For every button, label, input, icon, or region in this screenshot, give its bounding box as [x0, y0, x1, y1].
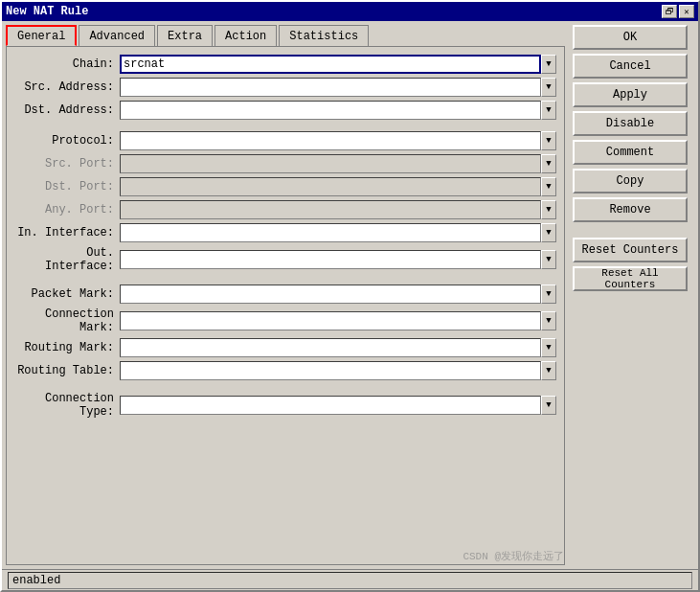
- packet-mark-wrap: ▼: [120, 285, 556, 304]
- remove-button[interactable]: Remove: [573, 197, 688, 222]
- dst-address-label: Dst. Address:: [14, 103, 120, 117]
- connection-mark-label: Connection Mark:: [14, 307, 120, 334]
- src-address-label: Src. Address:: [14, 80, 120, 94]
- packet-mark-input[interactable]: [120, 285, 541, 304]
- protocol-dropdown-btn[interactable]: ▼: [541, 131, 556, 150]
- connection-type-row: Connection Type: ▼: [14, 392, 556, 419]
- status-bar: enabled: [2, 569, 698, 590]
- reset-counters-button[interactable]: Reset Counters: [573, 238, 688, 262]
- protocol-wrap: ▼: [120, 131, 556, 150]
- routing-mark-input[interactable]: [120, 338, 541, 357]
- chain-label: Chain:: [14, 57, 120, 71]
- in-interface-dropdown-btn[interactable]: ▼: [541, 223, 556, 242]
- out-interface-input[interactable]: [120, 250, 541, 269]
- tab-content: Chain: ▼ Src. Address: ▼ Dst.: [6, 46, 565, 565]
- chain-row: Chain: ▼: [14, 55, 556, 74]
- content-area: General Advanced Extra Action Statistics: [2, 21, 698, 569]
- reset-all-counters-button[interactable]: Reset All Counters: [573, 266, 688, 291]
- src-port-label: Src. Port:: [14, 157, 120, 171]
- src-address-dropdown-btn[interactable]: ▼: [541, 78, 556, 97]
- connection-mark-input[interactable]: [120, 311, 541, 330]
- out-interface-dropdown-btn[interactable]: ▼: [541, 250, 556, 269]
- dst-address-wrap: ▼: [120, 101, 556, 120]
- routing-mark-wrap: ▼: [120, 338, 556, 357]
- dst-port-label: Dst. Port:: [14, 180, 120, 194]
- dst-address-input[interactable]: [120, 101, 541, 120]
- connection-type-wrap: ▼: [120, 396, 556, 415]
- main-window: New NAT Rule 🗗 ✕ General Advanced Extra …: [0, 0, 700, 592]
- routing-table-row: Routing Table: ▼: [14, 361, 556, 380]
- protocol-input[interactable]: [120, 131, 541, 150]
- window-controls: 🗗 ✕: [662, 5, 694, 18]
- dst-address-dropdown-btn[interactable]: ▼: [541, 101, 556, 120]
- copy-button[interactable]: Copy: [573, 169, 688, 194]
- tab-statistics[interactable]: Statistics: [279, 25, 369, 46]
- connection-type-input[interactable]: [120, 396, 541, 415]
- protocol-row: Protocol: ▼: [14, 131, 556, 150]
- disable-button[interactable]: Disable: [573, 111, 688, 136]
- src-port-wrap: ▼: [120, 154, 556, 173]
- connection-mark-dropdown-btn[interactable]: ▼: [541, 311, 556, 330]
- routing-mark-row: Routing Mark: ▼: [14, 338, 556, 357]
- chain-input-wrap: ▼: [120, 55, 556, 74]
- dst-port-wrap: ▼: [120, 177, 556, 196]
- src-port-input[interactable]: [120, 154, 541, 173]
- tab-general[interactable]: General: [6, 25, 77, 46]
- watermark: CSDN @发现你走远了: [463, 549, 564, 563]
- routing-table-dropdown-btn[interactable]: ▼: [541, 361, 556, 380]
- apply-button[interactable]: Apply: [573, 82, 688, 107]
- tab-advanced[interactable]: Advanced: [79, 25, 155, 46]
- connection-mark-wrap: ▼: [120, 311, 556, 330]
- restore-button[interactable]: 🗗: [662, 5, 677, 18]
- in-interface-input[interactable]: [120, 223, 541, 242]
- connection-type-dropdown-btn[interactable]: ▼: [541, 396, 556, 415]
- routing-mark-dropdown-btn[interactable]: ▼: [541, 338, 556, 357]
- comment-button[interactable]: Comment: [573, 140, 688, 165]
- close-button[interactable]: ✕: [679, 5, 694, 18]
- window-title: New NAT Rule: [6, 5, 88, 18]
- packet-mark-dropdown-btn[interactable]: ▼: [541, 285, 556, 304]
- in-interface-row: In. Interface: ▼: [14, 223, 556, 242]
- protocol-label: Protocol:: [14, 134, 120, 148]
- src-port-dropdown-btn[interactable]: ▼: [541, 154, 556, 173]
- out-interface-wrap: ▼: [120, 250, 556, 269]
- any-port-row: Any. Port: ▼: [14, 200, 556, 219]
- packet-mark-row: Packet Mark: ▼: [14, 285, 556, 304]
- out-interface-label: Out. Interface:: [14, 246, 120, 273]
- in-interface-wrap: ▼: [120, 223, 556, 242]
- status-text: enabled: [8, 572, 692, 589]
- out-interface-row: Out. Interface: ▼: [14, 246, 556, 273]
- cancel-button[interactable]: Cancel: [573, 54, 688, 79]
- chain-input[interactable]: [120, 55, 541, 74]
- tab-action[interactable]: Action: [215, 25, 277, 46]
- routing-table-wrap: ▼: [120, 361, 556, 380]
- routing-table-input[interactable]: [120, 361, 541, 380]
- connection-type-label: Connection Type:: [14, 392, 120, 419]
- dst-port-input[interactable]: [120, 177, 541, 196]
- dst-address-row: Dst. Address: ▼: [14, 101, 556, 120]
- any-port-dropdown-btn[interactable]: ▼: [541, 200, 556, 219]
- packet-mark-label: Packet Mark:: [14, 287, 120, 301]
- src-port-row: Src. Port: ▼: [14, 154, 556, 173]
- routing-table-label: Routing Table:: [14, 364, 120, 377]
- chain-dropdown-btn[interactable]: ▼: [541, 55, 556, 74]
- title-bar: New NAT Rule 🗗 ✕: [2, 2, 698, 21]
- src-address-row: Src. Address: ▼: [14, 78, 556, 97]
- connection-mark-row: Connection Mark: ▼: [14, 307, 556, 334]
- tab-bar: General Advanced Extra Action Statistics: [6, 25, 565, 46]
- dst-port-row: Dst. Port: ▼: [14, 177, 556, 196]
- tab-extra[interactable]: Extra: [157, 25, 213, 46]
- in-interface-label: In. Interface:: [14, 226, 120, 239]
- src-address-input[interactable]: [120, 78, 541, 97]
- any-port-input[interactable]: [120, 200, 541, 219]
- ok-button[interactable]: OK: [573, 25, 688, 50]
- side-buttons: OK Cancel Apply Disable Comment Copy Rem…: [569, 21, 698, 569]
- any-port-wrap: ▼: [120, 200, 556, 219]
- dst-port-dropdown-btn[interactable]: ▼: [541, 177, 556, 196]
- src-address-wrap: ▼: [120, 78, 556, 97]
- any-port-label: Any. Port:: [14, 203, 120, 216]
- main-panel: General Advanced Extra Action Statistics: [2, 21, 569, 569]
- routing-mark-label: Routing Mark:: [14, 341, 120, 354]
